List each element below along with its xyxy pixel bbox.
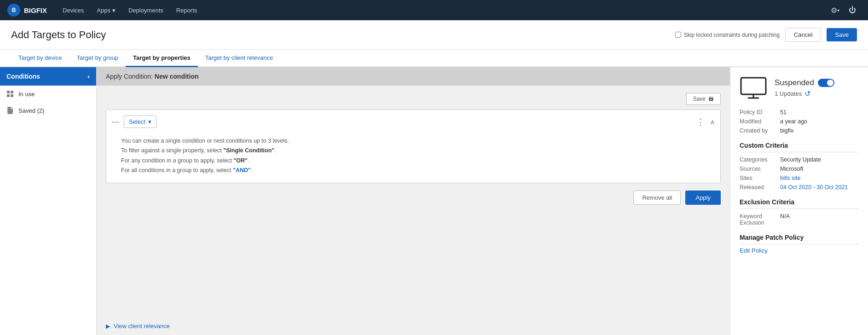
released-row: Released 04 Oct 2020 - 30 Oct 2021	[740, 183, 859, 192]
keyword-exclusion-row: Keyword Exclusion N/A	[740, 212, 859, 227]
updates-count: 1 Updates	[775, 90, 802, 97]
chevron-down-icon: ▾	[112, 7, 116, 14]
manage-patch-policy: Edit Policy	[740, 247, 859, 254]
created-by-row: Created by bigfix	[740, 126, 859, 135]
content-area: Apply Condition: New condition Save — Se…	[97, 67, 730, 335]
custom-criteria-title: Custom Criteria	[740, 142, 859, 152]
page-header: Add Targets to Policy Skip locked constr…	[0, 20, 868, 50]
tab-target-by-group[interactable]: Target by group	[69, 50, 126, 67]
skip-checkbox-label[interactable]: Skip locked constraints during patching	[675, 32, 780, 38]
logo-text: BIGFIX	[24, 6, 47, 14]
right-panel: Suspended 1 Updates ↺ Policy ID 51 Modif…	[730, 67, 868, 335]
monitor-section: Suspended 1 Updates ↺	[740, 76, 859, 99]
file-icon	[6, 107, 14, 114]
cancel-button[interactable]: Cancel	[785, 28, 821, 42]
sidebar-item-in-use[interactable]: In use	[0, 86, 96, 102]
tab-target-by-device[interactable]: Target by device	[11, 50, 69, 67]
condition-dash: —	[112, 118, 119, 126]
power-icon[interactable]: ⏻	[844, 0, 861, 20]
condition-hint: You can create a single condition or nes…	[112, 133, 715, 177]
main-layout: Conditions ‹ In use Saved (2) Apply Cond…	[0, 67, 868, 335]
condition-actions-right: ⋮ ∧	[694, 116, 715, 128]
logo-icon: B	[7, 4, 20, 17]
refresh-icon[interactable]: ↺	[804, 89, 810, 98]
logo[interactable]: B BIGFIX	[7, 4, 47, 17]
svg-rect-2	[7, 94, 10, 97]
svg-rect-0	[7, 91, 10, 93]
condition-body: Save — Select ▾ ⋮ ∧	[97, 86, 730, 317]
nav-devices[interactable]: Devices	[56, 0, 90, 20]
header-actions: Skip locked constraints during patching …	[675, 28, 857, 42]
chevron-right-icon: ▶	[106, 323, 110, 329]
custom-criteria: Categories Security Update Sources Micro…	[740, 155, 859, 192]
more-options-icon[interactable]: ⋮	[694, 116, 706, 128]
skip-checkbox-input[interactable]	[675, 32, 681, 38]
suspended-info: Suspended 1 Updates ↺	[775, 78, 859, 98]
svg-rect-6	[741, 78, 766, 94]
sidebar: Conditions ‹ In use Saved (2)	[0, 67, 97, 335]
grid-icon	[6, 90, 14, 98]
sites-row: Sites bills site	[740, 173, 859, 183]
dropdown-arrow-icon: ▾	[148, 118, 151, 125]
nav-reports[interactable]: Reports	[170, 0, 204, 20]
tabs-row: Target by device Target by group Target …	[0, 50, 868, 67]
select-button[interactable]: Select ▾	[124, 116, 156, 128]
condition-row: — Select ▾ ⋮ ∧	[112, 116, 715, 128]
view-client-relevance[interactable]: ▶ View client relevance	[97, 317, 730, 335]
page-title: Add Targets to Policy	[11, 29, 675, 41]
categories-row: Categories Security Update	[740, 155, 859, 164]
exclusion-criteria: Keyword Exclusion N/A	[740, 212, 859, 227]
save-icon	[708, 96, 714, 102]
settings-icon[interactable]: ⚙ ▾	[826, 0, 844, 20]
bottom-actions: Remove all Apply	[106, 191, 721, 205]
policy-id-row: Policy ID 51	[740, 108, 859, 117]
released-dates[interactable]: 04 Oct 2020 - 30 Oct 2021	[780, 184, 848, 191]
edit-policy-link[interactable]: Edit Policy	[740, 247, 768, 254]
sidebar-item-saved[interactable]: Saved (2)	[0, 102, 96, 119]
top-navigation: B BIGFIX Devices Apps ▾ Deployments Repo…	[0, 0, 868, 20]
tab-target-by-properties[interactable]: Target by properties	[126, 50, 198, 67]
sources-row: Sources Microsoft	[740, 164, 859, 173]
condition-save-button[interactable]: Save	[686, 93, 721, 105]
suspended-toggle[interactable]	[818, 79, 834, 87]
svg-rect-1	[11, 91, 13, 93]
manage-patch-policy-title: Manage Patch Policy	[740, 234, 859, 244]
collapse-icon[interactable]: ∧	[710, 118, 715, 126]
nav-apps[interactable]: Apps ▾	[90, 0, 122, 20]
sidebar-chevron-icon[interactable]: ‹	[87, 73, 90, 80]
policy-metadata: Policy ID 51 Modified a year ago Created…	[740, 108, 859, 135]
tab-target-by-client-relevance[interactable]: Target by client relevance	[198, 50, 280, 67]
remove-all-button[interactable]: Remove all	[633, 191, 681, 205]
condition-header: Apply Condition: New condition	[97, 67, 730, 86]
modified-row: Modified a year ago	[740, 117, 859, 126]
exclusion-criteria-title: Exclusion Criteria	[740, 198, 859, 209]
save-button[interactable]: Save	[827, 28, 857, 41]
apply-button[interactable]: Apply	[685, 191, 721, 205]
condition-box: — Select ▾ ⋮ ∧ You can create a single c…	[106, 110, 721, 183]
monitor-icon	[740, 76, 767, 99]
sidebar-header: Conditions ‹	[0, 67, 96, 86]
condition-save-row: Save	[106, 93, 721, 105]
svg-rect-3	[11, 94, 13, 97]
nav-deployments[interactable]: Deployments	[122, 0, 170, 20]
